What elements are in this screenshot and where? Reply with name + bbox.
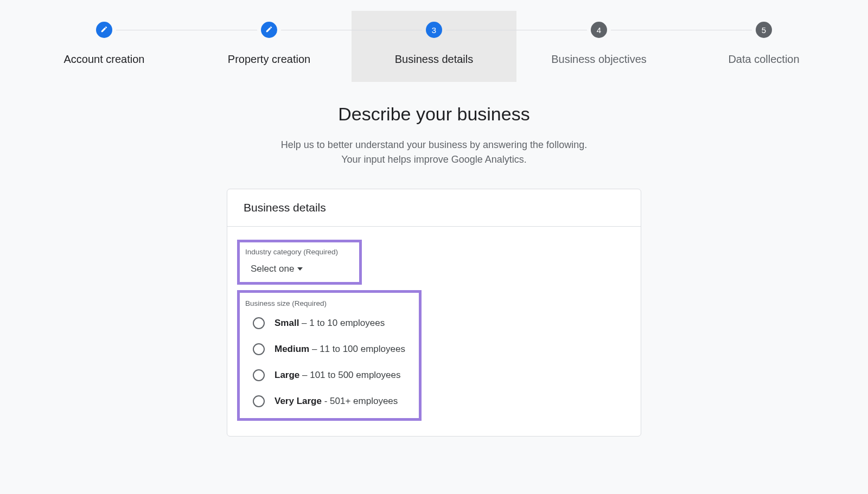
business-size-highlight: Business size (Required) Small – 1 to 10… [237, 290, 422, 421]
step-data-collection[interactable]: 5 Data collection [681, 11, 846, 82]
heading-block: Describe your business Help us to better… [0, 104, 868, 167]
step-circle-current: 3 [426, 22, 442, 38]
select-value: Select one [251, 264, 294, 274]
radio-name: Large [275, 370, 299, 380]
step-connector [116, 30, 187, 30]
radio-icon [253, 395, 265, 407]
step-label: Property creation [228, 53, 310, 66]
step-connector [187, 30, 257, 30]
step-label: Data collection [728, 53, 799, 66]
radio-icon [253, 317, 265, 329]
step-connector [681, 30, 752, 30]
business-size-radio-group: Small – 1 to 10 employees Medium – 11 to… [245, 317, 413, 407]
step-connector [611, 30, 681, 30]
radio-medium[interactable]: Medium – 11 to 100 employees [253, 343, 413, 355]
radio-desc: – 101 to 500 employees [299, 370, 400, 380]
card-header: Business details [227, 189, 641, 227]
radio-label: Small – 1 to 10 employees [275, 318, 385, 329]
radio-large[interactable]: Large – 101 to 500 employees [253, 369, 413, 381]
pencil-icon [100, 25, 108, 35]
subtitle-line1: Help us to better understand your busine… [281, 139, 587, 150]
radio-label: Medium – 11 to 100 employees [275, 344, 405, 355]
business-details-card: Business details Industry category (Requ… [227, 189, 641, 437]
business-size-label: Business size (Required) [245, 299, 413, 307]
step-number: 4 [597, 25, 601, 35]
radio-name: Very Large [275, 396, 322, 406]
step-connector [352, 30, 422, 30]
step-circle-upcoming: 5 [756, 22, 772, 38]
step-circle-upcoming: 4 [591, 22, 607, 38]
step-connector [446, 30, 516, 30]
radio-small[interactable]: Small – 1 to 10 employees [253, 317, 413, 329]
chevron-down-icon [297, 267, 303, 271]
radio-icon [253, 369, 265, 381]
step-label: Business details [395, 53, 474, 66]
step-connector [516, 30, 587, 30]
radio-icon [253, 343, 265, 355]
subtitle-line2: Your input helps improve Google Analytic… [341, 154, 527, 165]
pencil-icon [265, 25, 273, 35]
stepper: Account creation Property creation 3 Bus… [0, 0, 868, 82]
step-circle-done [96, 22, 112, 38]
radio-desc: - 501+ employees [322, 396, 398, 406]
page-subtitle: Help us to better understand your busine… [0, 138, 868, 167]
step-circle-done [261, 22, 277, 38]
step-business-details[interactable]: 3 Business details [352, 11, 516, 82]
radio-label: Large – 101 to 500 employees [275, 370, 400, 381]
industry-category-highlight: Industry category (Required) Select one [237, 240, 362, 285]
radio-desc: – 11 to 100 employees [309, 344, 405, 354]
step-label: Business objectives [551, 53, 647, 66]
radio-desc: – 1 to 10 employees [299, 318, 385, 328]
step-business-objectives[interactable]: 4 Business objectives [516, 11, 681, 82]
step-account-creation[interactable]: Account creation [22, 11, 187, 82]
industry-category-label: Industry category (Required) [245, 248, 354, 256]
radio-very-large[interactable]: Very Large - 501+ employees [253, 395, 413, 407]
radio-name: Small [275, 318, 299, 328]
page-title: Describe your business [0, 104, 868, 125]
step-connector [281, 30, 352, 30]
radio-name: Medium [275, 344, 309, 354]
card-body: Industry category (Required) Select one … [227, 227, 641, 436]
step-label: Account creation [64, 53, 145, 66]
radio-label: Very Large - 501+ employees [275, 396, 398, 407]
step-number: 5 [762, 25, 766, 35]
step-property-creation[interactable]: Property creation [187, 11, 352, 82]
step-number: 3 [432, 25, 436, 35]
industry-category-select[interactable]: Select one [245, 264, 354, 274]
